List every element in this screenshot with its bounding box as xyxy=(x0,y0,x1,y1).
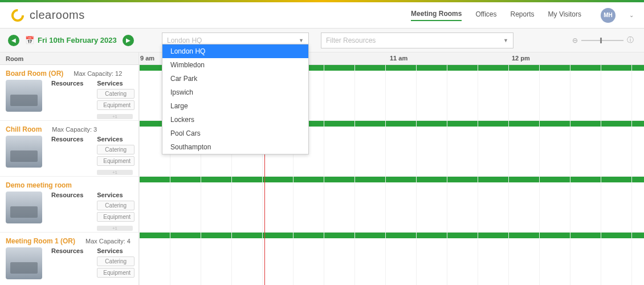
nav-reports[interactable]: Reports xyxy=(511,10,535,21)
room-thumbnail xyxy=(6,80,42,112)
nav-my-visitors[interactable]: My Visitors xyxy=(548,10,581,21)
svg-point-0 xyxy=(13,10,23,20)
location-option[interactable]: London HQ xyxy=(162,44,308,58)
service-tag[interactable]: Equipment xyxy=(97,156,134,166)
room-capacity: Max Capacity: 12 xyxy=(74,70,122,77)
location-option[interactable]: Pool Cars xyxy=(162,127,308,140)
location-option[interactable]: Lockers xyxy=(162,113,308,127)
zoom-out-icon: ⊖ xyxy=(572,36,578,44)
service-tag[interactable]: Catering xyxy=(97,89,134,99)
room-name: Chill Room xyxy=(6,125,42,133)
logo-icon xyxy=(10,8,25,23)
services-label: Services xyxy=(97,80,134,87)
service-tag[interactable]: Equipment xyxy=(97,100,134,110)
zoom-slider[interactable]: ⊖ ⓘ xyxy=(572,35,634,45)
room-list-column: Room Board Room (OR) Max Capacity: 12 Re… xyxy=(0,52,139,285)
service-tag[interactable]: Equipment xyxy=(97,212,134,222)
filter-resources-select[interactable]: Filter Resources ▼ xyxy=(321,32,513,48)
location-dropdown: London HQ Wimbledon Car Park Ipswich Lar… xyxy=(162,44,309,154)
date-toolbar: ◀ 📅 Fri 10th February 2023 ▶ London HQ ▼… xyxy=(0,28,644,52)
time-tick: 12 pm xyxy=(512,55,530,62)
location-option[interactable]: Large xyxy=(162,99,308,113)
expand-bar[interactable]: +1 xyxy=(97,226,133,231)
room-name: Board Room (OR) xyxy=(6,70,63,78)
brand-logo: clearooms xyxy=(10,8,85,23)
room-thumbnail xyxy=(6,247,42,279)
brand-name: clearooms xyxy=(30,9,85,22)
resources-label: Resources xyxy=(51,80,83,87)
chevron-down-icon: ▼ xyxy=(299,38,304,43)
service-tag[interactable]: Catering xyxy=(97,145,134,154)
time-tick: 9 am xyxy=(140,55,154,62)
service-tag[interactable]: Catering xyxy=(97,256,134,266)
nav-meeting-rooms[interactable]: Meeting Rooms xyxy=(411,10,462,21)
nav-offices[interactable]: Offices xyxy=(475,10,496,21)
room-capacity: Max Capacity: 4 xyxy=(85,238,131,245)
room-name: Demo meeting room xyxy=(6,181,72,189)
zoom-in-icon: ⓘ xyxy=(627,35,634,45)
availability-bar xyxy=(139,233,644,238)
location-option[interactable]: Wimbledon xyxy=(162,58,308,72)
room-thumbnail xyxy=(6,192,42,223)
next-day-button[interactable]: ▶ xyxy=(123,35,134,46)
time-tick: 11 am xyxy=(390,55,407,62)
availability-bar xyxy=(139,177,644,182)
expand-bar[interactable]: +1 xyxy=(97,114,133,119)
service-tag[interactable]: Equipment xyxy=(97,268,134,278)
chevron-down-icon[interactable]: ⌄ xyxy=(629,12,634,18)
room-card[interactable]: Board Room (OR) Max Capacity: 12 Resourc… xyxy=(0,65,138,121)
room-column-header: Room xyxy=(0,52,138,65)
room-card[interactable]: Demo meeting room Resources Services Cat… xyxy=(0,177,138,233)
expand-bar[interactable]: +1 xyxy=(97,170,133,175)
room-card[interactable]: Chill Room Max Capacity: 3 Resources Ser… xyxy=(0,121,138,177)
prev-day-button[interactable]: ◀ xyxy=(8,35,19,46)
app-header: clearooms Meeting Rooms Offices Reports … xyxy=(0,2,644,28)
room-thumbnail xyxy=(6,136,42,168)
chevron-down-icon: ▼ xyxy=(503,38,508,43)
location-option[interactable]: Southampton xyxy=(162,140,308,154)
current-date[interactable]: 📅 Fri 10th February 2023 xyxy=(25,36,117,44)
main-nav: Meeting Rooms Offices Reports My Visitor… xyxy=(411,8,634,23)
location-option[interactable]: Ipswich xyxy=(162,85,308,99)
room-name: Meeting Room 1 (OR) xyxy=(6,237,75,245)
room-capacity: Max Capacity: 3 xyxy=(52,126,97,133)
timeline-row[interactable] xyxy=(139,177,644,233)
location-option[interactable]: Car Park xyxy=(162,72,308,85)
calendar-icon: 📅 xyxy=(25,36,34,44)
room-card[interactable]: Meeting Room 1 (OR) Max Capacity: 4 Reso… xyxy=(0,233,138,285)
timeline-row[interactable] xyxy=(139,233,644,285)
avatar[interactable]: MH xyxy=(601,8,616,23)
service-tag[interactable]: Catering xyxy=(97,201,134,210)
